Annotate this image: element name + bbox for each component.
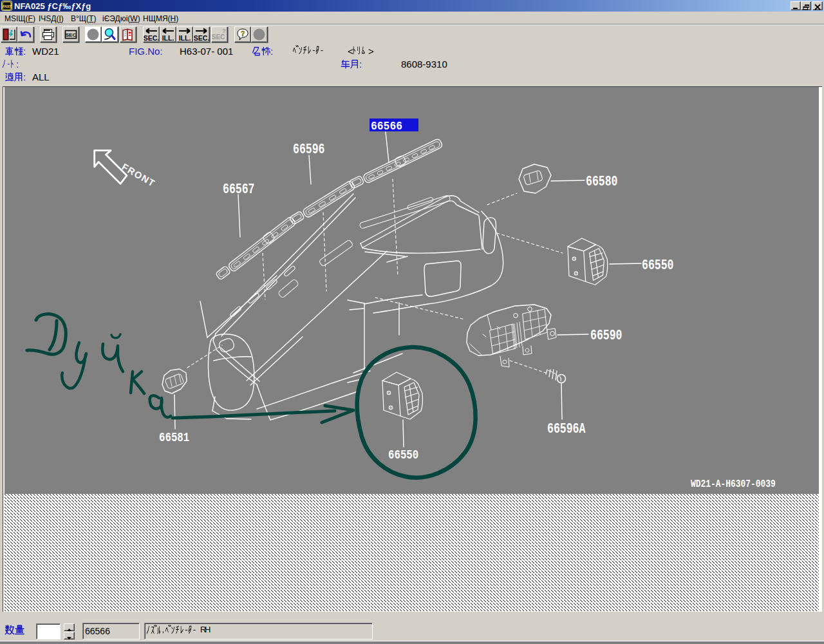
svg-text:ILL.: ILL. (162, 34, 174, 42)
svg-text:-: - (312, 45, 315, 55)
svg-text:66596A: 66596A (547, 421, 586, 437)
svg-text:-: - (7, 59, 10, 68)
svg-text:SEC.: SEC. (144, 34, 159, 42)
svg-text:SEC: SEC (212, 33, 225, 41)
svg-text:?: ? (222, 28, 226, 34)
svg-text:?: ? (241, 30, 245, 37)
svg-text:SEC: SEC (66, 32, 77, 38)
svg-text:66590: 66590 (590, 328, 622, 344)
svg-text:SEC.: SEC. (194, 34, 209, 42)
svg-text:FAST: FAST (3, 5, 12, 8)
svg-text:66550: 66550 (388, 448, 418, 463)
svg-text:ILL.: ILL. (179, 34, 191, 42)
svg-text:-: - (321, 45, 323, 55)
svg-text:66566: 66566 (371, 119, 402, 133)
svg-text:WD21-A-H6307-0039: WD21-A-H6307-0039 (691, 477, 776, 490)
svg-text:66550: 66550 (642, 258, 673, 274)
svg-text:66581: 66581 (159, 430, 189, 446)
svg-text:66580: 66580 (586, 174, 617, 190)
